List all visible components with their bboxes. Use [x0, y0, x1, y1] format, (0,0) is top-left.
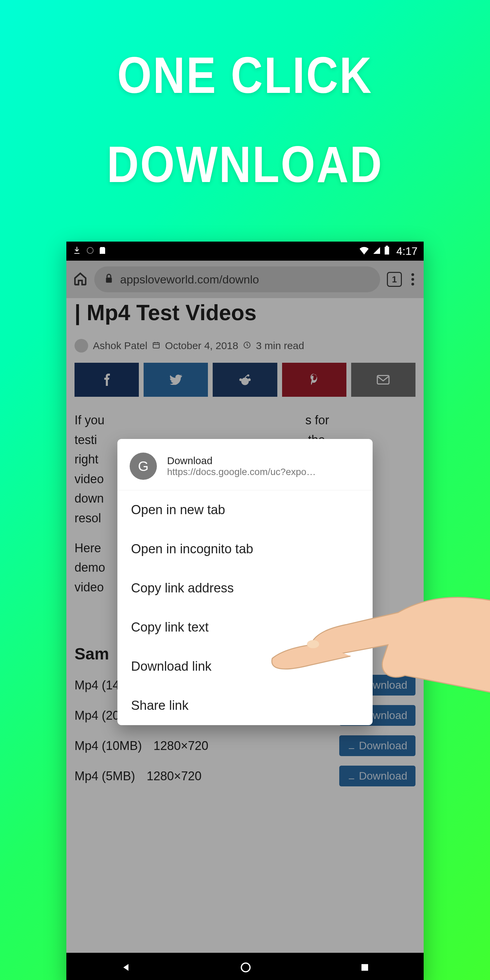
nav-back-icon[interactable]: [121, 962, 131, 974]
status-time: 4:17: [396, 245, 417, 258]
context-item-share-link[interactable]: Share link: [118, 686, 372, 725]
battery-icon: [384, 245, 390, 257]
context-item-copy-text[interactable]: Copy link text: [118, 608, 372, 647]
context-item-download-link[interactable]: Download link: [118, 647, 372, 686]
context-item-copy-address[interactable]: Copy link address: [118, 569, 372, 608]
svg-point-0: [87, 247, 93, 253]
signal-icon: [372, 245, 381, 257]
phone-frame: 4:17 appsloveworld.com/downlo 1 | Mp4 Te…: [66, 242, 424, 980]
nav-recent-icon[interactable]: [360, 963, 369, 973]
context-menu-header: G Download https://docs.google.com/uc?ex…: [118, 439, 372, 490]
nav-home-icon[interactable]: [240, 962, 251, 975]
context-item-open-new-tab[interactable]: Open in new tab: [118, 490, 372, 530]
promo-headline: ONE CLICK DOWNLOAD: [0, 0, 490, 195]
context-menu: G Download https://docs.google.com/uc?ex…: [118, 439, 372, 725]
favicon-badge: G: [130, 453, 157, 480]
sd-card-icon: [99, 245, 106, 257]
svg-rect-1: [385, 247, 389, 255]
download-status-icon: [73, 245, 81, 257]
headline-line-2: DOWNLOAD: [0, 129, 490, 200]
context-item-open-incognito[interactable]: Open in incognito tab: [118, 530, 372, 569]
status-bar: 4:17: [66, 242, 424, 261]
svg-point-11: [241, 963, 250, 972]
android-navbar: [66, 953, 424, 980]
svg-rect-12: [361, 964, 368, 971]
wifi-icon: [359, 245, 369, 257]
svg-rect-2: [385, 246, 388, 247]
context-url: https://docs.google.com/uc?expo…: [167, 466, 316, 477]
headline-line-1: ONE CLICK: [0, 40, 490, 111]
context-title: Download: [167, 455, 316, 466]
sync-icon: [86, 245, 94, 257]
